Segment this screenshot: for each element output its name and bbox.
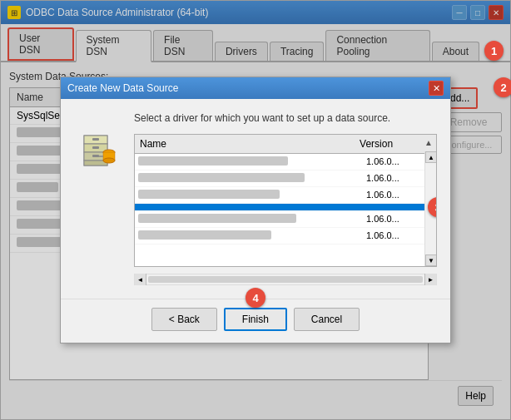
svg-rect-6 (92, 146, 99, 149)
scroll-down-button[interactable]: ▼ (425, 254, 437, 266)
driver-row[interactable]: 1.06.0... (135, 170, 436, 187)
dialog-footer: 4 < Back Finish Cancel (61, 299, 450, 343)
driver-row[interactable]: 1.06.0... (135, 187, 436, 204)
driver-row-selected[interactable]: 3 (135, 204, 436, 211)
annotation-4: 4 (246, 288, 265, 308)
annotation-2: 2 (494, 77, 511, 97)
main-window: ⊞ ODBC Data Source Administrator (64-bit… (0, 0, 511, 420)
create-datasource-dialog: Create New Data Source ✕ (60, 77, 451, 343)
cancel-button[interactable]: Cancel (294, 308, 360, 331)
back-button[interactable]: < Back (151, 308, 217, 331)
database-icon (79, 129, 119, 169)
driver-list-header: Name Version ▲ (135, 135, 436, 154)
driver-row[interactable]: 1.06.0... (135, 211, 436, 228)
dialog-title-bar: Create New Data Source ✕ (61, 77, 450, 99)
svg-rect-5 (92, 138, 99, 141)
dialog-body: Select a driver for which you want to se… (61, 99, 450, 299)
dialog-close-button[interactable]: ✕ (429, 81, 444, 96)
finish-button[interactable]: Finish (224, 308, 287, 331)
dialog-title: Create New Data Source (67, 82, 178, 94)
driver-row[interactable]: 1.06.0... (135, 228, 436, 245)
sort-icon: ▲ (423, 136, 434, 151)
driver-row[interactable]: 1.06.0... (135, 154, 436, 170)
scroll-up-button[interactable]: ▲ (425, 151, 437, 163)
driver-list[interactable]: Name Version ▲ 1.06.0... 1.06.0... (134, 134, 437, 267)
driver-col-name: Name (136, 136, 356, 151)
svg-point-10 (103, 158, 115, 163)
annotation-1: 1 (484, 41, 504, 61)
modal-overlay: Create New Data Source ✕ (1, 1, 510, 419)
scroll-thumb[interactable] (148, 276, 423, 283)
dialog-content: Select a driver for which you want to se… (134, 112, 437, 285)
horizontal-scrollbar[interactable]: ◄ ► (134, 274, 437, 285)
scroll-left-button[interactable]: ◄ (135, 274, 146, 285)
scroll-right-button[interactable]: ► (424, 274, 436, 285)
dialog-icon (74, 112, 124, 285)
dialog-instruction: Select a driver for which you want to se… (134, 112, 437, 124)
driver-col-version: Version (356, 136, 423, 151)
